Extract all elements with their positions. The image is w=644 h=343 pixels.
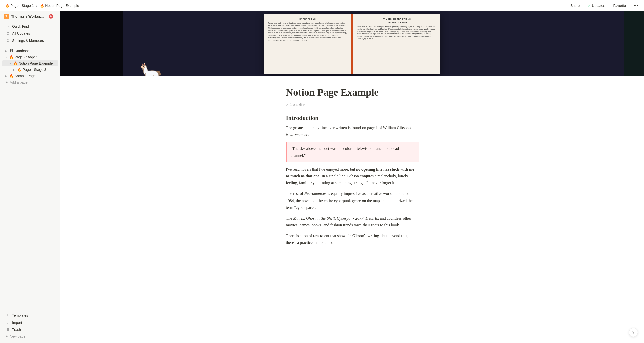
book-spine: [351, 14, 353, 74]
database-label: Database: [15, 49, 30, 53]
settings-icon: ⚙: [6, 38, 10, 43]
toggle-notion-example[interactable]: ▼: [8, 61, 12, 65]
sample-icon: 🔥: [9, 74, 14, 78]
para1-italic: Neuromancer: [286, 132, 308, 137]
sidebar-item-sample[interactable]: ▶ 🔥 Sample Page: [2, 73, 58, 79]
toggle-database[interactable]: ▶: [4, 49, 8, 53]
para2-plain: I've read novels that I've enjoyed more,…: [286, 167, 356, 171]
paragraph-3: The rest of Neuromancer is equally impre…: [286, 190, 419, 211]
sidebar-item-settings[interactable]: ⚙ Settings & Members: [2, 37, 58, 44]
toggle-stage1[interactable]: ▼: [4, 55, 8, 59]
favorite-button[interactable]: Favorite: [611, 3, 628, 9]
para4-plain: The: [286, 216, 293, 220]
help-icon: ?: [632, 330, 635, 335]
templates-icon: ⬇: [6, 313, 10, 318]
topbar: 🔥 Page - Stage 1 / 🔥 Notion Page Example…: [0, 0, 644, 11]
new-page-label: New page: [10, 334, 25, 338]
paragraph-5: There is a ton of raw talent that shows …: [286, 232, 419, 246]
sidebar-item-stage3[interactable]: ▶ 🔥 Page - Stage 3: [2, 67, 58, 73]
cover-right-overlay: [624, 11, 644, 76]
workspace-right: 9 ⌄: [49, 14, 57, 19]
para4-ghost: Ghost in the Shell: [306, 216, 335, 220]
help-button[interactable]: ?: [629, 328, 638, 337]
current-label: Notion Page Example: [45, 4, 79, 8]
add-page-button[interactable]: + Add a page: [2, 79, 58, 86]
backlink-icon: ↗: [286, 103, 288, 106]
topbar-right: Share ✓ Updates Favorite: [568, 2, 640, 9]
breadcrumb-stage1[interactable]: 🔥 Page - Stage 1: [4, 3, 35, 8]
dot3: [637, 5, 638, 6]
sidebar-tree: ▶ 🗄 Database ▼ 🔥 Page - Stage 1 ▼ 🔥 Noti…: [0, 47, 60, 86]
paragraph-2: I've read novels that I've enjoyed more,…: [286, 166, 419, 186]
main-layout: T Thomas's Worksp... 9 ⌄ ○ Quick Find ⊙ …: [0, 11, 644, 343]
sidebar-item-quickfind[interactable]: ○ Quick Find: [2, 23, 58, 30]
para3-italic: Neuromancer: [304, 191, 326, 196]
quote-block: "The sky above the port was the color of…: [286, 142, 419, 162]
breadcrumb-current[interactable]: 🔥 Notion Page Example: [39, 3, 80, 8]
sidebar-item-notion-example[interactable]: ▼ 🔥 Notion Page Example: [2, 60, 58, 66]
settings-label: Settings & Members: [12, 39, 44, 43]
updates-button[interactable]: ✓ Updates: [586, 2, 607, 9]
cover-bg: HYPERFOCUS For my own part, I love writi…: [60, 11, 644, 76]
add-icon: +: [6, 80, 8, 84]
book-right-title: TAMING DISTRACTIONS: [357, 18, 436, 20]
updates-icon: ⊙: [6, 31, 10, 36]
stage1-label: Page - Stage 1: [15, 55, 38, 59]
sidebar-item-templates[interactable]: ⬇ Templates: [2, 312, 58, 319]
chevron-icon: ⌄: [54, 15, 57, 18]
sidebar-item-stage1[interactable]: ▼ 🔥 Page - Stage 1: [2, 54, 58, 60]
paragraph-1: The greatest opening line ever written i…: [286, 124, 419, 138]
new-page-button[interactable]: + New page: [2, 333, 58, 340]
toggle-sample[interactable]: ▶: [4, 74, 8, 78]
sidebar-item-import[interactable]: ↓ Import: [2, 319, 58, 326]
share-button[interactable]: Share: [568, 3, 582, 9]
current-icon: 🔥: [40, 4, 44, 8]
cover-image: HYPERFOCUS For my own part, I love writi…: [60, 11, 644, 76]
import-icon: ↓: [6, 320, 10, 325]
dot2: [635, 5, 636, 6]
sidebar-item-trash[interactable]: 🗑 Trash: [2, 326, 58, 333]
breadcrumb: 🔥 Page - Stage 1 / 🔥 Notion Page Example: [4, 3, 80, 8]
dot1: [634, 5, 635, 6]
paragraph-4: The Matrix, Ghost in the Shell, Cyberpun…: [286, 215, 419, 228]
sidebar: T Thomas's Worksp... 9 ⌄ ○ Quick Find ⊙ …: [0, 11, 60, 343]
stage1-icon: 🔥: [5, 4, 9, 8]
sidebar-nav: ○ Quick Find ⊙ All Updates ⚙ Settings & …: [0, 22, 60, 45]
book-left-title: HYPERFOCUS: [268, 18, 347, 20]
checkmark-icon: ✓: [588, 3, 591, 8]
para4-matrix: Matrix: [293, 216, 304, 220]
stage1-label: Page - Stage 1: [10, 4, 34, 8]
templates-label: Templates: [12, 313, 28, 317]
workspace-left: T Thomas's Worksp...: [4, 14, 44, 19]
stage1-icon: 🔥: [9, 55, 14, 59]
book-right-page: TAMING DISTRACTIONS CLEARING YOUR MIND m…: [353, 14, 440, 74]
more-options-button[interactable]: [632, 4, 640, 7]
workspace-name: Thomas's Worksp...: [11, 14, 44, 18]
book-left-page: HYPERFOCUS For my own part, I love writi…: [264, 14, 351, 74]
para1-text: The greatest opening line ever written i…: [286, 126, 411, 130]
database-icon: 🗄: [9, 49, 14, 53]
sidebar-item-allupdates[interactable]: ⊙ All Updates: [2, 30, 58, 37]
book-right-text: more than extroverts, for example. Howev…: [357, 25, 436, 40]
notion-example-icon: 🔥: [13, 61, 18, 65]
backlink[interactable]: ↗ 1 backlink: [286, 103, 419, 107]
para3-plain: The rest of: [286, 191, 304, 196]
sidebar-bottom: ⬇ Templates ↓ Import 🗑 Trash + New page: [0, 310, 60, 343]
workspace-header[interactable]: T Thomas's Worksp... 9 ⌄: [0, 11, 60, 22]
breadcrumb-separator: /: [36, 4, 37, 8]
book-left-text: For my own part, I love writing to songs…: [268, 22, 347, 41]
quote-text: "The sky above the port was the color of…: [291, 146, 399, 157]
sidebar-item-database[interactable]: ▶ 🗄 Database: [2, 48, 58, 54]
quickfind-label: Quick Find: [12, 24, 29, 28]
toggle-stage3[interactable]: ▶: [12, 68, 16, 72]
notion-example-label: Notion Page Example: [19, 61, 53, 65]
sample-label: Sample Page: [15, 74, 36, 78]
stage3-icon: 🔥: [17, 68, 22, 72]
llama-mascot: 🦙: [138, 64, 164, 76]
para4-comma2: ,: [335, 216, 337, 220]
backlink-text: 1 backlink: [290, 103, 305, 107]
para4-cyberpunk: Cyberpunk 2077: [337, 216, 364, 220]
notification-badge: 9: [49, 14, 53, 19]
book: HYPERFOCUS For my own part, I love writi…: [264, 14, 440, 74]
search-icon: ○: [6, 24, 10, 28]
